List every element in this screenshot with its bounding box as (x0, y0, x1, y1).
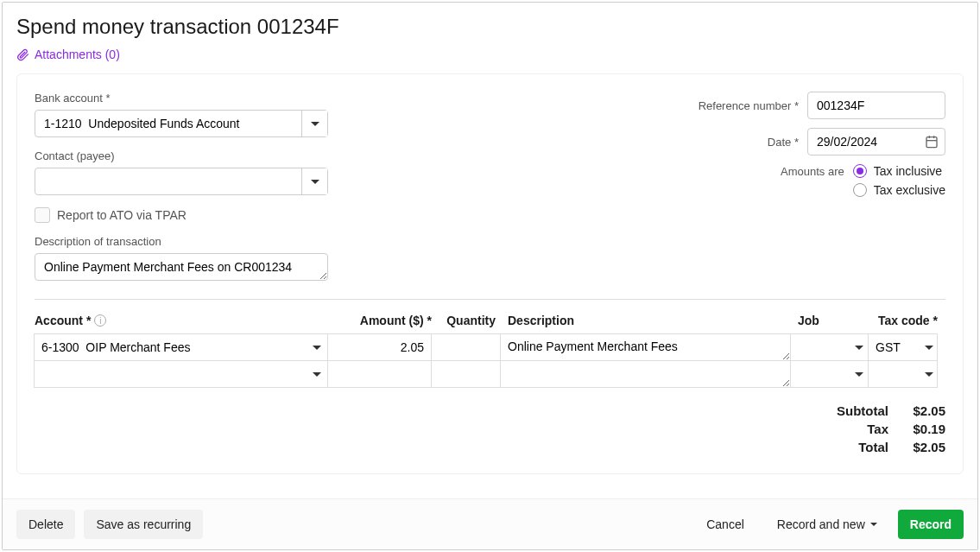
contact-label: Contact (payee) (35, 149, 328, 162)
svg-rect-0 (926, 137, 937, 148)
tax-inclusive-option[interactable]: Tax inclusive (853, 164, 945, 178)
cancel-button[interactable]: Cancel (694, 510, 756, 539)
tax-exclusive-label: Tax exclusive (874, 183, 945, 197)
account-dropdown-button[interactable] (307, 334, 327, 360)
account-input[interactable] (35, 361, 307, 387)
chevron-down-icon (313, 372, 321, 377)
col-tax-code: Tax code * (869, 314, 938, 327)
tpar-label: Report to ATO via TPAR (57, 208, 187, 222)
description-label: Description of transaction (35, 235, 328, 248)
contact-dropdown-button[interactable] (301, 168, 327, 194)
col-account: Account * i (35, 314, 328, 327)
divider (35, 299, 945, 300)
amount-input[interactable] (328, 334, 431, 360)
delete-button[interactable]: Delete (16, 510, 75, 539)
chevron-down-icon (925, 346, 933, 350)
chevron-down-icon (311, 122, 319, 126)
cell-taxcode[interactable] (868, 360, 938, 388)
account-dropdown-button[interactable] (307, 361, 327, 387)
calendar-icon[interactable] (925, 135, 939, 149)
contact-input[interactable] (35, 168, 301, 194)
line-description-input[interactable]: Online Payment Merchant Fees (501, 334, 790, 360)
radio-icon (853, 164, 867, 178)
cell-job[interactable] (790, 333, 869, 361)
taxcode-dropdown-button[interactable] (921, 334, 937, 360)
tpar-checkbox[interactable] (35, 207, 50, 223)
record-button[interactable]: Record (898, 510, 964, 539)
taxcode-input[interactable] (869, 334, 921, 360)
bank-account-dropdown-button[interactable] (301, 111, 327, 136)
contact-select[interactable] (35, 168, 328, 195)
tax-exclusive-option[interactable]: Tax exclusive (853, 183, 945, 197)
account-input[interactable] (35, 334, 307, 360)
chevron-down-icon (855, 346, 863, 350)
quantity-input[interactable] (432, 334, 500, 360)
taxcode-input[interactable] (869, 361, 921, 387)
amount-input[interactable] (328, 361, 431, 387)
date-label: Date (768, 136, 799, 149)
attachments-label: Attachments (0) (35, 48, 120, 61)
table-row: Online Payment Merchant Fees (35, 334, 945, 361)
bank-account-label: Bank account (35, 92, 328, 105)
cell-quantity[interactable] (431, 360, 501, 388)
quantity-input[interactable] (432, 361, 500, 387)
cell-account[interactable] (34, 360, 328, 388)
chevron-down-icon (925, 372, 933, 377)
paperclip-icon (16, 48, 29, 61)
cell-job[interactable] (790, 360, 869, 388)
cell-account[interactable] (34, 333, 328, 361)
job-dropdown-button[interactable] (851, 334, 868, 360)
chevron-down-icon (311, 180, 319, 184)
col-description: Description (501, 314, 791, 327)
col-amount: Amount ($) * (328, 314, 432, 327)
reference-input[interactable] (807, 92, 945, 119)
col-quantity: Quantity (432, 314, 501, 327)
cell-description[interactable] (500, 360, 791, 388)
job-input[interactable] (791, 334, 851, 360)
col-job: Job (791, 314, 869, 327)
bank-account-input[interactable] (35, 111, 301, 136)
description-textarea[interactable]: Online Payment Merchant Fees on CR001234 (35, 253, 328, 281)
radio-icon (853, 183, 867, 197)
line-description-input[interactable] (501, 361, 790, 387)
cell-amount[interactable] (327, 360, 432, 388)
record-and-new-button[interactable]: Record and new (765, 510, 889, 539)
chevron-down-icon (313, 346, 321, 350)
chevron-down-icon (870, 523, 877, 526)
attachments-link[interactable]: Attachments (0) (16, 48, 120, 61)
save-recurring-button[interactable]: Save as recurring (84, 510, 203, 539)
reference-label: Reference number (699, 99, 799, 112)
cell-quantity[interactable] (431, 333, 501, 361)
table-row (35, 361, 945, 388)
tax-row: Tax $0.19 (828, 422, 945, 436)
tax-inclusive-label: Tax inclusive (874, 164, 942, 178)
job-dropdown-button[interactable] (851, 361, 868, 387)
taxcode-dropdown-button[interactable] (921, 361, 937, 387)
page-title: Spend money transaction 001234F (16, 15, 964, 39)
amounts-are-label: Amounts are (781, 165, 844, 178)
subtotal-row: Subtotal $2.05 (828, 403, 945, 418)
job-input[interactable] (791, 361, 851, 387)
bank-account-select[interactable] (35, 110, 328, 137)
cell-amount[interactable] (327, 333, 432, 361)
cell-description[interactable]: Online Payment Merchant Fees (500, 333, 791, 361)
total-row: Total $2.05 (828, 440, 945, 454)
chevron-down-icon (855, 372, 863, 377)
cell-taxcode[interactable] (868, 333, 938, 361)
info-icon[interactable]: i (94, 314, 106, 327)
